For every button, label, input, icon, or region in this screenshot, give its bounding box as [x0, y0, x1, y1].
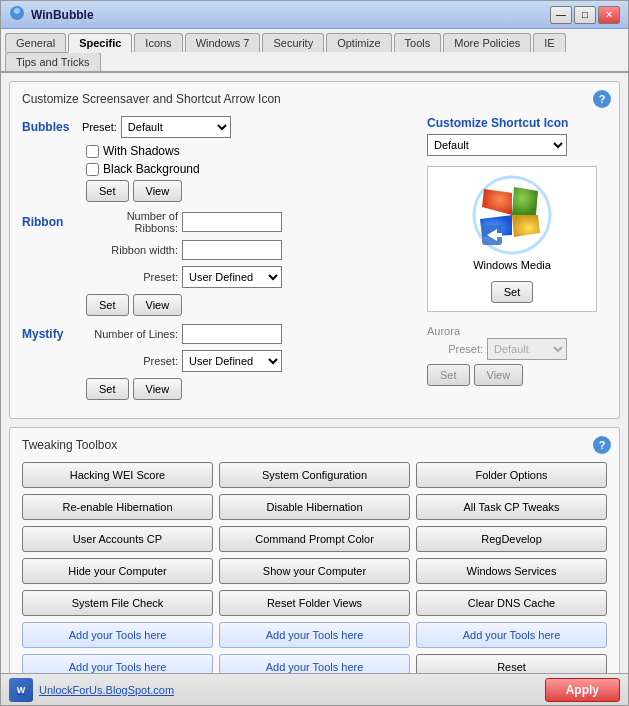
aurora-set-button[interactable]: Set	[427, 364, 470, 386]
bubbles-preset-label: Preset:	[82, 121, 117, 133]
add-tools-4-button[interactable]: Add your Tools here	[22, 654, 213, 673]
hacking-wei-button[interactable]: Hacking WEI Score	[22, 462, 213, 488]
ribbon-preset-label: Preset:	[82, 271, 182, 283]
ribbon-preset-select[interactable]: User Defined	[182, 266, 282, 288]
footer-link[interactable]: W UnlockForUs.BlogSpot.com	[9, 678, 174, 702]
lines-count-label: Number of Lines:	[82, 328, 182, 340]
mystify-set-button[interactable]: Set	[86, 378, 129, 400]
bubbles-row: Bubbles Preset: Default	[22, 116, 411, 138]
user-accounts-button[interactable]: User Accounts CP	[22, 526, 213, 552]
aurora-label: Aurora	[427, 325, 460, 337]
toolbox-panel-title: Tweaking Toolbox	[22, 438, 607, 452]
screensaver-right: Customize Shortcut Icon Default	[427, 116, 607, 408]
toolbox-panel: ? Tweaking Toolbox Hacking WEI Score Sys…	[9, 427, 620, 673]
footer-logo: W	[9, 678, 33, 702]
title-bar-text: WinBubble	[31, 8, 550, 22]
svg-point-1	[14, 8, 20, 14]
tab-icons[interactable]: Icons	[134, 33, 182, 52]
show-computer-button[interactable]: Show your Computer	[219, 558, 410, 584]
screensaver-left: Bubbles Preset: Default With Shadows Bla…	[22, 116, 411, 408]
minimize-button[interactable]: —	[550, 6, 572, 24]
regdevelop-button[interactable]: RegDevelop	[416, 526, 607, 552]
windows-logo-svg	[472, 175, 552, 255]
tab-windows7[interactable]: Windows 7	[185, 33, 261, 52]
shortcut-icon-box: Windows Media Set	[427, 166, 597, 312]
screensaver-panel: ? Customize Screensaver and Shortcut Arr…	[9, 81, 620, 419]
hide-computer-button[interactable]: Hide your Computer	[22, 558, 213, 584]
black-background-checkbox[interactable]	[86, 163, 99, 176]
system-config-button[interactable]: System Configuration	[219, 462, 410, 488]
add-tools-5-button[interactable]: Add your Tools here	[219, 654, 410, 673]
screensaver-grid: Bubbles Preset: Default With Shadows Bla…	[22, 116, 607, 408]
disable-hibernation-button[interactable]: Disable Hibernation	[219, 494, 410, 520]
shortcut-preset-select[interactable]: Default	[427, 134, 567, 156]
toolbox-grid: Hacking WEI Score System Configuration F…	[22, 462, 607, 673]
reset-folder-views-button[interactable]: Reset Folder Views	[219, 590, 410, 616]
all-task-cp-button[interactable]: All Task CP Tweaks	[416, 494, 607, 520]
aurora-preset-label: Preset:	[427, 343, 487, 355]
ribbon-row: Ribbon Number of Ribbons:	[22, 210, 411, 234]
shortcut-icon-title: Customize Shortcut Icon	[427, 116, 568, 130]
main-window: WinBubble — □ ✕ General Specific Icons W…	[0, 0, 629, 706]
ribbon-width-input[interactable]	[182, 240, 282, 260]
black-bg-row: Black Background	[86, 162, 411, 176]
title-bar: WinBubble — □ ✕	[1, 1, 628, 29]
mystify-preset-label: Preset:	[82, 355, 182, 367]
cmd-prompt-color-button[interactable]: Command Prompt Color	[219, 526, 410, 552]
tab-general[interactable]: General	[5, 33, 66, 52]
ribbons-count-label: Number of Ribbons:	[82, 210, 182, 234]
bubbles-label: Bubbles	[22, 120, 82, 134]
with-shadows-checkbox[interactable]	[86, 145, 99, 158]
aurora-preset-select[interactable]: Default	[487, 338, 567, 360]
mystify-preset-row: Preset: User Defined	[22, 350, 411, 372]
mystify-actions: Set View	[86, 378, 411, 400]
shortcut-set-button[interactable]: Set	[491, 281, 534, 303]
windows-services-button[interactable]: Windows Services	[416, 558, 607, 584]
aurora-preset-row: Preset: Default	[427, 338, 607, 360]
add-tools-1-button[interactable]: Add your Tools here	[22, 622, 213, 648]
footer: W UnlockForUs.BlogSpot.com Apply	[1, 673, 628, 705]
bubbles-set-button[interactable]: Set	[86, 180, 129, 202]
tab-specific[interactable]: Specific	[68, 33, 132, 53]
system-file-check-button[interactable]: System File Check	[22, 590, 213, 616]
tab-ie[interactable]: IE	[533, 33, 565, 52]
footer-link-text[interactable]: UnlockForUs.BlogSpot.com	[39, 684, 174, 696]
mystify-view-button[interactable]: View	[133, 378, 183, 400]
tab-more-policies[interactable]: More Policies	[443, 33, 531, 52]
toolbox-help-icon[interactable]: ?	[593, 436, 611, 454]
aurora-view-button[interactable]: View	[474, 364, 524, 386]
bubbles-view-button[interactable]: View	[133, 180, 183, 202]
reset-button[interactable]: Reset	[416, 654, 607, 673]
screensaver-panel-title: Customize Screensaver and Shortcut Arrow…	[22, 92, 607, 106]
windows-media-label: Windows Media	[473, 259, 551, 271]
apply-button[interactable]: Apply	[545, 678, 620, 702]
tab-tools[interactable]: Tools	[394, 33, 442, 52]
with-shadows-label: With Shadows	[103, 144, 180, 158]
aurora-section: Aurora Preset: Default Set View	[427, 324, 607, 386]
ribbons-count-input[interactable]	[182, 212, 282, 232]
tab-optimize[interactable]: Optimize	[326, 33, 391, 52]
window-controls: — □ ✕	[550, 6, 620, 24]
black-background-label: Black Background	[103, 162, 200, 176]
screensaver-help-icon[interactable]: ?	[593, 90, 611, 108]
add-tools-3-button[interactable]: Add your Tools here	[416, 622, 607, 648]
ribbon-set-button[interactable]: Set	[86, 294, 129, 316]
tab-tips[interactable]: Tips and Tricks	[5, 52, 101, 71]
tab-security[interactable]: Security	[262, 33, 324, 52]
mystify-label: Mystify	[22, 327, 82, 341]
lines-count-input[interactable]	[182, 324, 282, 344]
close-button[interactable]: ✕	[598, 6, 620, 24]
ribbon-view-button[interactable]: View	[133, 294, 183, 316]
ribbon-preset-row: Preset: User Defined	[22, 266, 411, 288]
folder-options-button[interactable]: Folder Options	[416, 462, 607, 488]
mystify-row: Mystify Number of Lines:	[22, 324, 411, 344]
mystify-preset-select[interactable]: User Defined	[182, 350, 282, 372]
tab-bar: General Specific Icons Windows 7 Securit…	[1, 29, 628, 73]
add-tools-2-button[interactable]: Add your Tools here	[219, 622, 410, 648]
clear-dns-button[interactable]: Clear DNS Cache	[416, 590, 607, 616]
bubbles-actions: Set View	[86, 180, 411, 202]
maximize-button[interactable]: □	[574, 6, 596, 24]
bubbles-preset-select[interactable]: Default	[121, 116, 231, 138]
aurora-actions: Set View	[427, 364, 607, 386]
reenable-hibernation-button[interactable]: Re-enable Hibernation	[22, 494, 213, 520]
